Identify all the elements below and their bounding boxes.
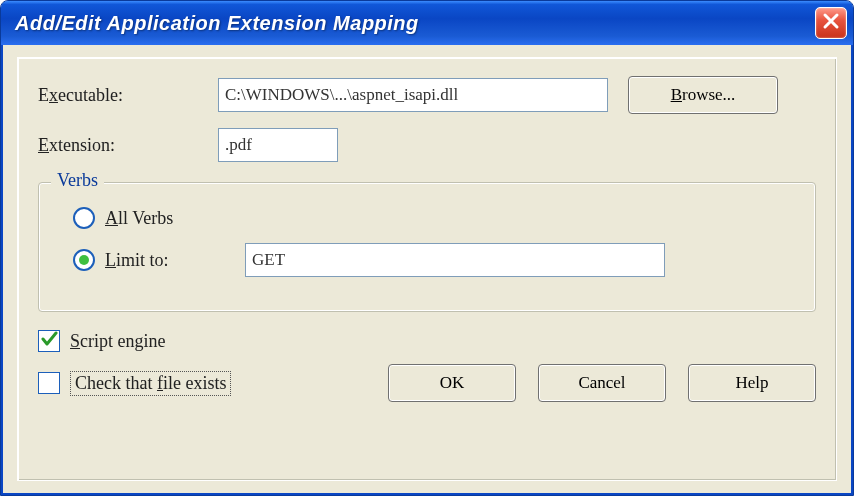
window-title: Add/Edit Application Extension Mapping <box>15 12 815 35</box>
button-bar: OK Cancel Help <box>388 364 816 402</box>
radio-all-verbs-row[interactable]: All Verbs <box>73 207 795 229</box>
verbs-groupbox: Verbs All Verbs Limit to: <box>38 182 816 312</box>
label-text: cript engine <box>80 331 165 351</box>
script-engine-label: Script engine <box>70 331 165 352</box>
label-text: ll Verbs <box>118 208 173 228</box>
dialog-client-area: Executable: Browse... Extension: Verbs <box>1 45 853 495</box>
label-text: E <box>38 85 49 105</box>
extension-input[interactable] <box>218 128 338 162</box>
executable-input[interactable] <box>218 78 608 112</box>
label-text: ecutable: <box>58 85 123 105</box>
radio-limit-to[interactable] <box>73 249 95 271</box>
extension-label: Extension: <box>38 135 218 156</box>
inner-panel: Executable: Browse... Extension: Verbs <box>17 57 837 481</box>
dialog-window: Add/Edit Application Extension Mapping E… <box>0 0 854 496</box>
label-accel: S <box>70 331 80 351</box>
titlebar[interactable]: Add/Edit Application Extension Mapping <box>1 1 853 45</box>
verbs-legend: Verbs <box>51 170 104 191</box>
radio-limit-to-row[interactable]: Limit to: <box>73 243 795 277</box>
radio-all-verbs[interactable] <box>73 207 95 229</box>
label-accel: L <box>105 250 116 270</box>
cancel-button[interactable]: Cancel <box>538 364 666 402</box>
bottom-row: Check that file exists OK Cancel Help <box>38 364 816 402</box>
label-text: xtension: <box>49 135 115 155</box>
label-text: rowse... <box>682 85 735 104</box>
radio-all-verbs-label: All Verbs <box>105 208 245 229</box>
executable-label: Executable: <box>38 85 218 106</box>
label-accel: E <box>38 135 49 155</box>
extension-row: Extension: <box>38 128 816 162</box>
check-file-exists-checkbox[interactable] <box>38 372 60 394</box>
label-accel: x <box>49 85 58 105</box>
browse-button[interactable]: Browse... <box>628 76 778 114</box>
executable-row: Executable: Browse... <box>38 76 816 114</box>
ok-button[interactable]: OK <box>388 364 516 402</box>
label-accel: A <box>105 208 118 228</box>
close-icon <box>822 12 840 34</box>
script-engine-checkbox[interactable] <box>38 330 60 352</box>
help-button[interactable]: Help <box>688 364 816 402</box>
check-file-exists-label: Check that file exists <box>70 371 231 396</box>
script-engine-row[interactable]: Script engine <box>38 330 816 352</box>
label-text: ile exists <box>163 373 227 393</box>
label-accel: B <box>671 85 682 104</box>
label-text: Check that <box>75 373 157 393</box>
limit-to-input[interactable] <box>245 243 665 277</box>
close-button[interactable] <box>815 7 847 39</box>
label-text: imit to: <box>116 250 169 270</box>
check-icon <box>40 330 58 353</box>
check-file-exists-row[interactable]: Check that file exists <box>38 371 231 396</box>
radio-limit-to-label: Limit to: <box>105 250 245 271</box>
